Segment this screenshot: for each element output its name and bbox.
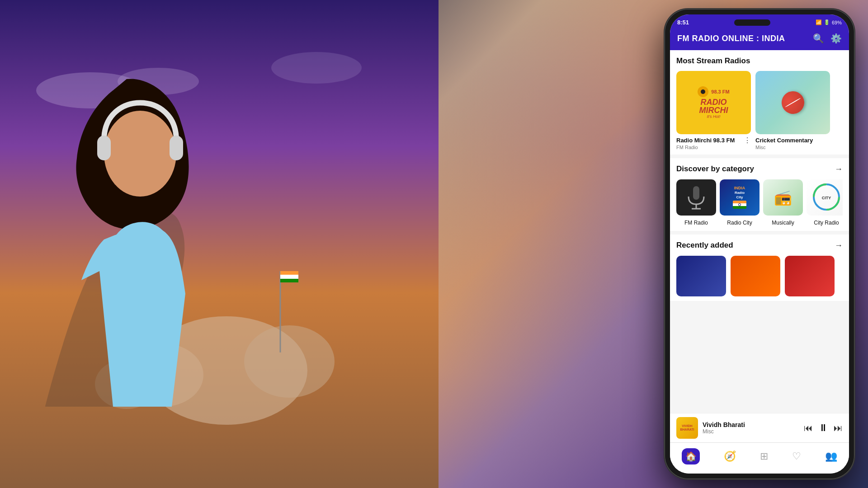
cricket-card-footer: Cricket Commentary Misc [755,137,830,150]
bottom-navigation: 🏠 🧭 ⊞ ♡ 👥 [670,442,849,474]
settings-icon[interactable]: ⚙️ [830,33,842,44]
recently-added-section: Recently added → [670,235,849,301]
cat-radiocity-label: Radio City [727,220,752,226]
rec-card-1[interactable] [676,256,726,296]
home-icon: 🏠 [685,451,697,462]
mirchi-bg: 98.3 FM RADIO MIRCHI It's Hot! [676,71,751,134]
people-icon: 👥 [825,450,837,462]
signal-icon: 📶 [816,19,822,25]
prev-button[interactable]: ⏮ [804,423,813,433]
phone-screen: 8:51 📶 🔋 69% FM RADIO ONLINE : INDIA 🔍 ⚙… [670,14,849,474]
svg-rect-13 [97,136,111,160]
status-icons: 📶 🔋 69% [816,19,842,25]
cat-cityradio-image: CITY [807,179,843,216]
cat-card-cityradio[interactable]: CITY City Radio [807,179,843,226]
rec-card-3[interactable] [785,256,835,296]
cat-card-musically[interactable]: 📻 Musically [763,179,803,226]
nav-favorites[interactable]: ♡ [788,449,806,464]
mirchi-card-info: Radio Mirchi 98.3 FM FM Radio [676,137,735,150]
status-bar: 8:51 📶 🔋 69% [670,14,849,28]
musically-boombox-icon: 📻 [774,189,792,206]
stream-card-mirchi[interactable]: 98.3 FM RADIO MIRCHI It's Hot! [676,71,751,150]
svg-rect-15 [693,186,699,200]
notch [734,19,770,26]
mirchi-brand-name: RADIO [698,98,729,106]
cricket-bg [755,71,830,134]
recently-added-title: Recently added [676,241,733,250]
grid-icon: ⊞ [760,450,768,462]
nav-social[interactable]: 👥 [821,449,842,464]
now-playing-thumbnail: VIVIDHBHARATI [676,417,698,439]
header-icons: 🔍 ⚙️ [813,33,842,44]
now-playing-title: Vividh Bharati [703,421,799,428]
home-icon-bg: 🏠 [682,448,700,465]
svg-rect-10 [280,275,298,279]
now-playing-bar: VIVIDHBHARATI Vividh Bharati Misc ⏮ ⏸ ⏭ [670,413,849,442]
phone-container: 8:51 📶 🔋 69% FM RADIO ONLINE : INDIA 🔍 ⚙… [665,9,854,479]
cat-musically-label: Musically [772,220,794,226]
cat-fm-label: FM Radio [684,220,708,226]
main-scroll-area[interactable]: Most Stream Radios [670,50,849,413]
most-stream-header: Most Stream Radios [676,56,843,66]
mirchi-card-name: Radio Mirchi 98.3 FM [676,137,735,145]
search-icon[interactable]: 🔍 [813,33,824,44]
svg-point-12 [104,111,176,197]
discover-category-header: Discover by category → [676,164,843,174]
cricket-card-name: Cricket Commentary [755,137,813,145]
stream-card-cricket[interactable]: Cricket Commentary Misc [755,71,830,150]
svg-rect-14 [170,136,183,160]
cat-radiocity-image: INDIA Radio City [720,179,760,216]
cityradio-circle-icon: CITY [812,183,841,212]
mirchi-logo: 98.3 FM RADIO MIRCHI It's Hot! [698,86,729,119]
now-playing-controls: ⏮ ⏸ ⏭ [804,422,843,434]
pause-button[interactable]: ⏸ [818,422,828,434]
background-scene [0,0,439,488]
app-title: FM RADIO ONLINE : INDIA [677,34,785,43]
svg-rect-11 [280,279,298,282]
now-playing-info: Vividh Bharati Misc [703,421,799,435]
discover-category-title: Discover by category [676,164,754,174]
scroll-padding [670,303,849,310]
next-button[interactable]: ⏭ [834,423,843,433]
nav-category[interactable]: ⊞ [755,449,773,464]
cricket-ball-icon [777,87,808,118]
cat-fm-image [676,179,716,216]
app-header: FM RADIO ONLINE : INDIA 🔍 ⚙️ [670,28,849,50]
svg-text:CITY: CITY [821,196,831,200]
heart-icon: ♡ [792,450,801,462]
mirchi-brand-name2: MIRCHI [698,106,729,114]
nav-home[interactable]: 🏠 [677,446,704,466]
now-playing-sub: Misc [703,428,799,435]
np-thumb-text: VIVIDHBHARATI [680,424,694,431]
recently-cards-list [676,256,843,298]
svg-point-5 [244,325,335,398]
mirchi-more-button[interactable]: ⋮ [744,137,751,144]
mirchi-card-footer: Radio Mirchi 98.3 FM FM Radio ⋮ [676,137,751,150]
discover-category-section: Discover by category → [670,158,849,231]
microphone-svg [685,184,708,211]
cat-cityradio-label: City Radio [814,220,839,226]
category-cards-list: FM Radio INDIA Radio City [676,179,843,226]
phone-shell: 8:51 📶 🔋 69% FM RADIO ONLINE : INDIA 🔍 ⚙… [665,9,854,479]
status-time: 8:51 [677,19,689,26]
battery-level: 69% [832,20,842,25]
battery-icon: 🔋 [824,19,830,25]
most-stream-section: Most Stream Radios [670,50,849,155]
nav-discover[interactable]: 🧭 [719,449,741,464]
mirchi-card-image: 98.3 FM RADIO MIRCHI It's Hot! [676,71,751,134]
stream-cards-list: 98.3 FM RADIO MIRCHI It's Hot! [676,71,843,150]
cricket-card-sub: Misc [755,145,813,150]
discover-category-arrow[interactable]: → [835,164,843,174]
cat-musically-image: 📻 [763,179,803,216]
cat-card-fm[interactable]: FM Radio [676,179,716,226]
recently-added-arrow[interactable]: → [835,241,843,250]
svg-point-3 [271,52,362,84]
mirchi-tagline: It's Hot! [698,114,729,119]
rec-card-2[interactable] [731,256,780,296]
cat-card-radiocity[interactable]: INDIA Radio City Radio City [720,179,760,226]
cricket-card-image [755,71,830,134]
most-stream-title: Most Stream Radios [676,56,750,66]
mirchi-freq: 98.3 FM [711,89,729,94]
mirchi-card-sub: FM Radio [676,145,735,150]
recently-added-header: Recently added → [676,241,843,250]
